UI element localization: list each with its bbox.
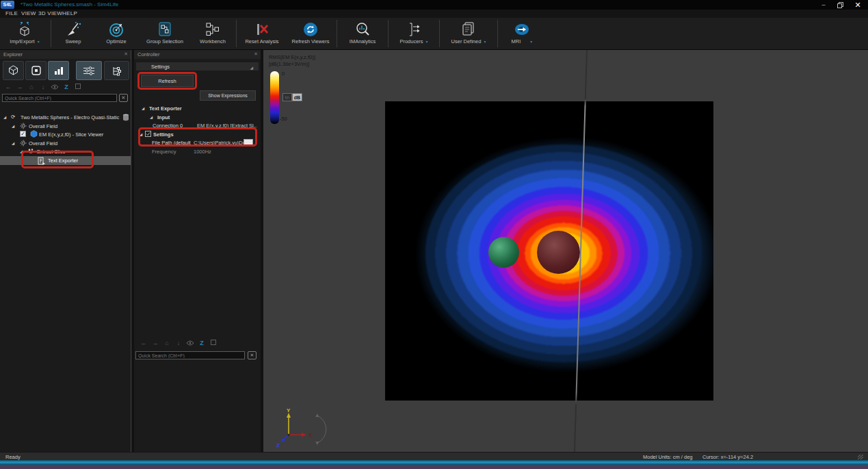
menu-help[interactable]: HELP: [62, 10, 77, 16]
mode-simulation-button[interactable]: [25, 61, 47, 80]
mri-button[interactable]: MRI▾: [499, 18, 544, 49]
forward-icon[interactable]: →: [151, 340, 159, 346]
reset-analysis-button[interactable]: Reset Analysis: [238, 18, 286, 49]
refresh-viewers-icon: [302, 20, 319, 38]
imp-export-button[interactable]: Imp/Export▾: [0, 18, 49, 49]
colorbar-min-label: -50: [280, 116, 287, 122]
user-defined-button[interactable]: User Defined▾: [441, 18, 496, 49]
group-selection-button[interactable]: Group Selection: [139, 18, 191, 49]
imp-export-dropdown-icon[interactable]: ▾: [38, 39, 40, 44]
viewport-3d[interactable]: RMS{EM E(x,y,z,f0)} [dB(1.36e+3V/m)] 0 -…: [263, 50, 868, 452]
controller-close-icon[interactable]: ✕: [254, 51, 258, 57]
producers-button[interactable]: Producers▾: [390, 18, 438, 49]
show-expressions-button[interactable]: Show Expressions: [200, 90, 256, 101]
home-icon[interactable]: ⌂: [27, 84, 36, 90]
imanalytics-label: IMAnalytics: [350, 38, 376, 45]
tree-row-slice-viewer[interactable]: ✓ EM E(x,y,z,f0) - Slice Viewer: [0, 130, 131, 139]
controller-search-input[interactable]: [135, 351, 245, 359]
producers-label: Producers: [399, 38, 423, 45]
back-icon[interactable]: ←: [4, 84, 12, 90]
refresh-viewers-button[interactable]: Refresh Viewers: [286, 18, 335, 49]
collapse-icon[interactable]: ◢: [3, 115, 6, 119]
explorer-header: Explorer ✕: [0, 50, 131, 59]
workbench-button[interactable]: Workbench: [191, 18, 235, 49]
preset-dropdown[interactable]: Settings ◢: [135, 62, 259, 71]
mode-analysis-button[interactable]: [48, 61, 69, 80]
collapse-icon[interactable]: ◢: [12, 141, 14, 145]
menu-file[interactable]: FILE: [5, 10, 18, 16]
database-icon[interactable]: [122, 114, 129, 121]
toolbar-separator: [439, 20, 440, 47]
collapse-icon[interactable]: ◢: [150, 115, 153, 119]
z-sort-icon[interactable]: Z: [62, 84, 70, 90]
visibility-checkbox[interactable]: ✓: [20, 131, 26, 137]
back-icon[interactable]: ←: [140, 340, 148, 346]
collapse-icon[interactable]: ◢: [12, 124, 14, 128]
sweep-button[interactable]: Sweep: [53, 18, 94, 49]
forward-icon[interactable]: →: [16, 84, 24, 90]
sphere-green: [488, 237, 519, 268]
tree-row-overall-field-2[interactable]: ◢ Overall Field: [0, 139, 131, 148]
checkbox-filter-icon[interactable]: [209, 340, 218, 346]
eye-icon[interactable]: [186, 340, 194, 346]
prop-row-frequency[interactable]: Frequency 1000Hz: [134, 147, 261, 156]
slice-plane[interactable]: [385, 101, 713, 401]
producers-dropdown-icon[interactable]: ▾: [426, 39, 428, 44]
mri-label: MRI: [512, 38, 521, 45]
collapse-icon[interactable]: ◢: [142, 106, 144, 110]
explorer-search-clear-button[interactable]: ✕: [119, 94, 128, 102]
mode-model-button[interactable]: [3, 61, 24, 80]
user-defined-label: User Defined: [451, 38, 482, 45]
resize-grip-icon[interactable]: [857, 454, 864, 460]
slice-viewer-icon: [30, 130, 38, 138]
user-defined-dropdown-icon[interactable]: ▾: [484, 39, 486, 44]
axis-triad: Y X Z: [272, 406, 327, 448]
scale-db-button[interactable]: dB: [292, 93, 302, 101]
menu-view[interactable]: VIEW: [21, 10, 36, 16]
restore-button[interactable]: [832, 0, 847, 10]
mode-tree-button[interactable]: [104, 61, 129, 80]
imanalytics-button[interactable]: IMAnalytics: [339, 18, 386, 49]
scale-lin-button[interactable]: lin: [282, 93, 292, 101]
optimize-button[interactable]: Optimize: [94, 18, 139, 49]
imanalytics-icon: [354, 20, 371, 38]
prop-row-text-exporter[interactable]: ◢ Text Exporter: [134, 104, 261, 113]
home-icon[interactable]: ⌂: [163, 340, 171, 346]
prop-row-input[interactable]: ◢ Input: [134, 113, 261, 122]
status-ready: Ready: [5, 454, 21, 460]
restore-icon: [837, 2, 843, 8]
producers-icon: [405, 20, 423, 38]
status-cursor-position: Cursor: x=-114 y=24.2: [702, 454, 753, 460]
workbench-icon: [204, 20, 222, 38]
tree-row-overall-field-1[interactable]: ◢ Overall Field: [0, 122, 131, 131]
prop-label: Frequency: [152, 149, 176, 155]
colorbar-max-label: 0: [282, 71, 285, 77]
workbench-label: Workbench: [200, 38, 226, 45]
field-legend-title: RMS{EM E(x,y,z,f0)}: [269, 54, 315, 60]
explorer-search-input[interactable]: [2, 94, 117, 102]
mode-properties-button[interactable]: [76, 61, 102, 80]
controller-search-clear-button[interactable]: ✕: [248, 351, 257, 359]
hierarchy-icon: [111, 66, 123, 76]
chip-icon: [31, 65, 42, 76]
annotation-refresh: [137, 72, 197, 90]
window-title: *Two Metallic Spheres.smash - Sim4Life: [21, 1, 118, 8]
mri-dropdown-icon[interactable]: ▾: [530, 39, 532, 44]
checkbox-filter-icon[interactable]: [74, 84, 82, 90]
menu-3d-view[interactable]: 3D VIEW: [38, 10, 62, 16]
down-arrow-icon[interactable]: ↓: [174, 340, 183, 346]
controller-header: Controller ✕: [134, 50, 261, 59]
explorer-close-icon[interactable]: ✕: [124, 51, 128, 57]
explorer-title: Explorer: [3, 51, 23, 58]
group-selection-label: Group Selection: [146, 38, 183, 45]
z-sort-icon[interactable]: Z: [198, 340, 206, 346]
down-arrow-icon[interactable]: ↓: [39, 84, 47, 90]
user-defined-icon: [460, 20, 477, 38]
minimize-button[interactable]: –: [816, 0, 831, 10]
close-button[interactable]: ✕: [850, 0, 865, 10]
tree-row-simulation[interactable]: ◢ ⟳ Two Metallic Spheres - Electro Quasi…: [0, 113, 131, 122]
optimize-icon: [107, 20, 125, 38]
toolbar-separator: [497, 20, 498, 47]
sweep-label: Sweep: [66, 38, 81, 45]
eye-icon[interactable]: [51, 84, 59, 90]
